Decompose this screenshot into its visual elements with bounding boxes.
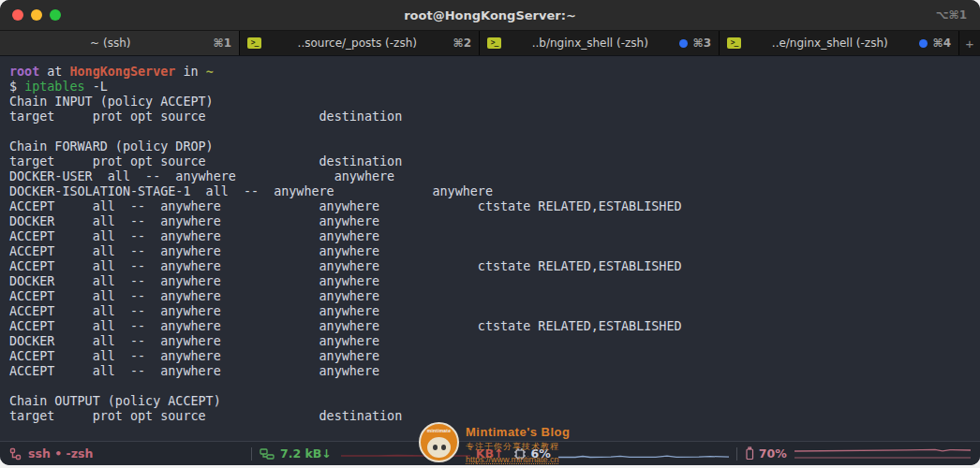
tab-nginx-shell-e[interactable]: >_ ..e/nginx_shell (-zsh) ⌘4 — [720, 31, 959, 55]
prompt-user: root — [9, 65, 39, 79]
command-args: -L — [85, 80, 108, 94]
terminal-icon: >_ — [487, 37, 501, 49]
battery-icon — [745, 446, 754, 461]
zoom-button[interactable] — [50, 9, 61, 21]
network-throughput: 7.2 kB↓ — [260, 446, 332, 461]
jobs-tree-icon — [9, 447, 22, 461]
cpu-icon — [513, 447, 527, 461]
activity-indicator-dot — [919, 39, 928, 48]
tab-shortcut: ⌘3 — [693, 37, 711, 50]
statusbar-divider — [251, 447, 252, 461]
prompt-host: HongKongServer — [70, 65, 176, 79]
title-bar[interactable]: root@HongKongServer:~ ⌥⌘1 — [0, 0, 980, 31]
window-shortcut: ⌥⌘1 — [936, 8, 967, 22]
tab-shortcut: ⌘4 — [933, 37, 951, 50]
new-tab-button[interactable]: + — [959, 31, 980, 55]
terminal-output: root at HongKongServer in ~$ iptables -L… — [0, 56, 980, 424]
traffic-lights — [12, 9, 61, 21]
window-title: root@HongKongServer:~ — [0, 8, 980, 22]
battery-percent: 70% — [759, 446, 787, 461]
cpu-percent: 6% — [531, 446, 551, 461]
session-indicator: ssh • -zsh — [9, 446, 244, 461]
tab-nginx-shell-b[interactable]: >_ ..b/nginx_shell (-zsh) ⌘3 — [480, 31, 720, 55]
terminal-icon: >_ — [727, 37, 741, 49]
download-rate: 7.2 kB↓ — [280, 446, 332, 461]
statusbar-divider — [736, 447, 737, 461]
terminal-window: root@HongKongServer:~ ⌥⌘1 ~ (ssh) ⌘1 >_ … — [0, 0, 980, 465]
tab-source-posts[interactable]: >_ ..source/_posts (-zsh) ⌘2 — [240, 31, 480, 55]
tab-label: ..e/nginx_shell (-zsh) — [741, 37, 919, 50]
download-sparkline — [341, 447, 470, 461]
terminal-icon: >_ — [247, 37, 261, 49]
close-button[interactable] — [12, 9, 23, 21]
cpu-sparkline — [558, 447, 729, 461]
prompt-at: at — [39, 65, 69, 79]
activity-indicator-dot — [679, 39, 688, 48]
tab-label: ..b/nginx_shell (-zsh) — [501, 37, 679, 50]
terminal-content[interactable]: root at HongKongServer in ~$ iptables -L… — [0, 56, 980, 441]
prompt-line: root at HongKongServer in ~ — [9, 65, 980, 80]
prompt-path: ~ — [206, 65, 214, 79]
session-label: ssh • -zsh — [28, 446, 93, 461]
tab-shortcut: ⌘1 — [214, 37, 231, 50]
minimize-button[interactable] — [31, 9, 42, 21]
prompt-in: in — [175, 65, 205, 79]
battery-sparklines — [794, 447, 971, 460]
network-icon — [260, 447, 275, 461]
status-bar: ssh • -zsh 7.2 kB↓ KB↑ — [0, 441, 980, 465]
battery-status: 70% — [745, 446, 787, 461]
tab-label: ..source/_posts (-zsh) — [261, 37, 453, 50]
tab-ssh[interactable]: ~ (ssh) ⌘1 — [0, 31, 240, 55]
cpu-usage: 6% — [513, 446, 551, 461]
command-line: $ iptables -L — [9, 80, 980, 95]
command-name: iptables — [24, 80, 85, 94]
upload-rate: KB↑ — [476, 446, 504, 461]
tab-shortcut: ⌘2 — [453, 37, 471, 50]
tab-label: ~ (ssh) — [7, 37, 214, 50]
prompt-symbol: $ — [9, 80, 24, 94]
tab-bar: ~ (ssh) ⌘1 >_ ..source/_posts (-zsh) ⌘2 … — [0, 31, 980, 56]
iptables-output: Chain INPUT (policy ACCEPT) target prot … — [9, 95, 980, 424]
